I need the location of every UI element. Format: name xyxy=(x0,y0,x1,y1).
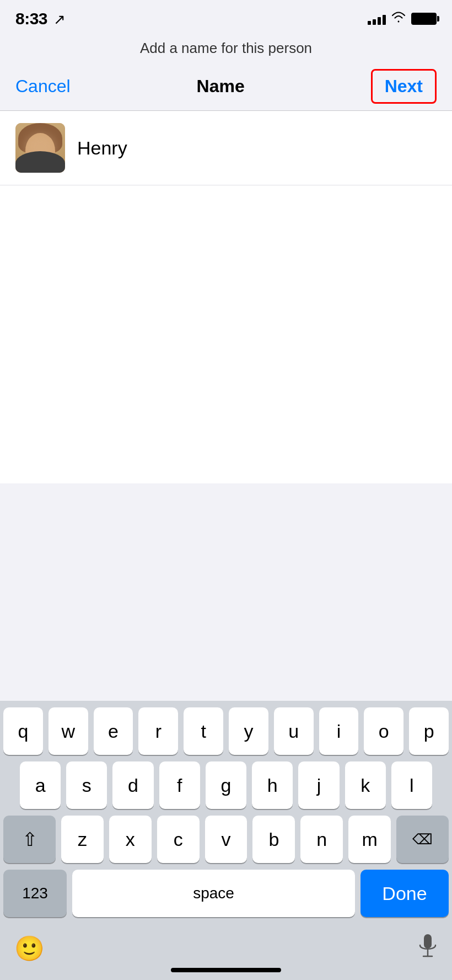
space-button[interactable]: space xyxy=(72,870,355,917)
key-i[interactable]: i xyxy=(319,707,359,755)
key-b[interactable]: b xyxy=(252,816,295,863)
contact-row xyxy=(0,111,452,185)
empty-content-area xyxy=(0,185,452,483)
status-time-area: 8:33 ↗ xyxy=(15,9,66,28)
key-s[interactable]: s xyxy=(66,761,107,809)
key-l[interactable]: l xyxy=(391,761,432,809)
signal-icon xyxy=(368,13,386,25)
keyboard-row-4: 123 space Done xyxy=(3,870,449,917)
key-f[interactable]: f xyxy=(159,761,200,809)
nav-bar: Cancel Name Next xyxy=(0,62,452,111)
key-w[interactable]: w xyxy=(49,707,88,755)
key-h[interactable]: h xyxy=(252,761,293,809)
backspace-button[interactable]: ⌫ xyxy=(396,816,449,863)
key-n[interactable]: n xyxy=(300,816,343,863)
home-indicator xyxy=(3,968,449,980)
home-bar xyxy=(171,968,281,972)
numbers-button[interactable]: 123 xyxy=(3,870,67,917)
done-button[interactable]: Done xyxy=(360,870,449,917)
key-j[interactable]: j xyxy=(298,761,339,809)
key-t[interactable]: t xyxy=(184,707,223,755)
keyboard-row-1: q w e r t y u i o p xyxy=(3,707,449,755)
key-k[interactable]: k xyxy=(345,761,386,809)
key-c[interactable]: c xyxy=(157,816,200,863)
svg-rect-0 xyxy=(424,934,432,949)
emoji-button[interactable]: 🙂 xyxy=(14,934,45,963)
wifi-icon xyxy=(391,12,406,26)
key-x[interactable]: x xyxy=(109,816,152,863)
key-r[interactable]: r xyxy=(138,707,178,755)
location-icon: ↗ xyxy=(53,11,66,28)
next-button[interactable]: Next xyxy=(371,69,437,104)
microphone-button[interactable] xyxy=(418,933,438,965)
status-time: 8:33 xyxy=(15,9,47,28)
key-v[interactable]: v xyxy=(205,816,247,863)
page-subtitle: Add a name for this person xyxy=(0,30,452,62)
cancel-button[interactable]: Cancel xyxy=(15,76,71,97)
avatar xyxy=(15,123,65,173)
key-p[interactable]: p xyxy=(409,707,449,755)
nav-title: Name xyxy=(197,76,245,97)
key-o[interactable]: o xyxy=(364,707,403,755)
keyboard: q w e r t y u i o p a s d f g h j k l ⇧ … xyxy=(0,701,452,980)
battery-icon xyxy=(411,13,437,25)
status-icons xyxy=(368,12,437,26)
key-z[interactable]: z xyxy=(61,816,104,863)
avatar-image xyxy=(15,123,65,173)
name-input[interactable] xyxy=(77,137,437,159)
key-e[interactable]: e xyxy=(94,707,133,755)
key-g[interactable]: g xyxy=(206,761,246,809)
key-u[interactable]: u xyxy=(274,707,314,755)
key-y[interactable]: y xyxy=(229,707,268,755)
key-m[interactable]: m xyxy=(348,816,391,863)
shift-button[interactable]: ⇧ xyxy=(3,816,56,863)
keyboard-bottom-bar: 🙂 xyxy=(3,924,449,968)
key-d[interactable]: d xyxy=(112,761,153,809)
keyboard-row-3: ⇧ z x c v b n m ⌫ xyxy=(3,816,449,863)
key-q[interactable]: q xyxy=(3,707,43,755)
status-bar: 8:33 ↗ xyxy=(0,0,452,30)
keyboard-row-2: a s d f g h j k l xyxy=(3,761,449,809)
key-a[interactable]: a xyxy=(20,761,61,809)
